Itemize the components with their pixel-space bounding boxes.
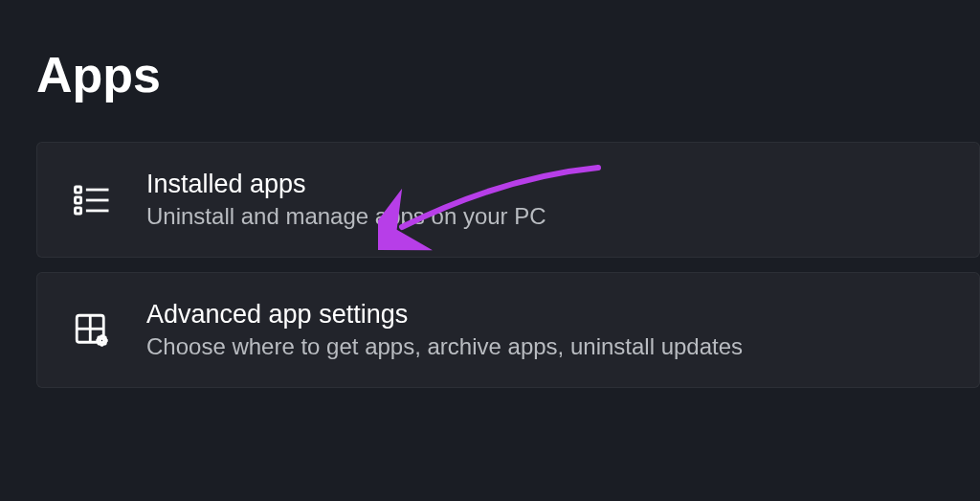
page-title: Apps <box>0 0 980 103</box>
svg-line-15 <box>98 336 100 338</box>
settings-item-installed-apps[interactable]: Installed apps Uninstall and manage apps… <box>36 142 980 258</box>
settings-list: Installed apps Uninstall and manage apps… <box>0 103 980 388</box>
svg-rect-4 <box>75 207 80 213</box>
item-description: Uninstall and manage apps on your PC <box>146 203 546 230</box>
svg-line-17 <box>104 336 106 338</box>
svg-line-16 <box>104 343 106 345</box>
item-title: Installed apps <box>146 170 546 199</box>
item-description: Choose where to get apps, archive apps, … <box>146 333 743 360</box>
list-icon <box>70 178 113 221</box>
svg-rect-0 <box>75 187 80 193</box>
svg-line-18 <box>98 343 100 345</box>
svg-rect-2 <box>75 196 80 202</box>
item-title: Advanced app settings <box>146 300 743 330</box>
item-text: Installed apps Uninstall and manage apps… <box>146 170 546 230</box>
grid-gear-icon <box>70 308 113 352</box>
settings-item-advanced-app-settings[interactable]: Advanced app settings Choose where to ge… <box>36 272 980 388</box>
item-text: Advanced app settings Choose where to ge… <box>146 300 743 360</box>
